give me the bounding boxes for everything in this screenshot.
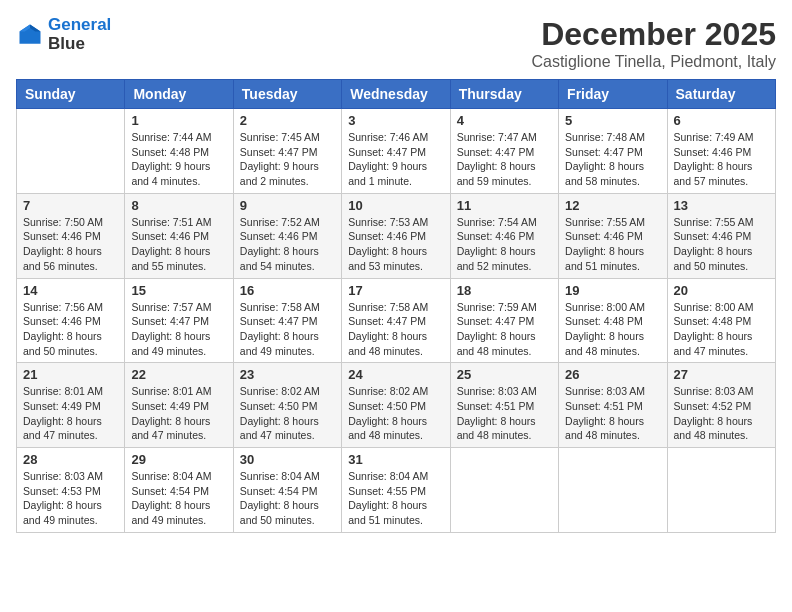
day-cell: 3Sunrise: 7:46 AMSunset: 4:47 PMDaylight… bbox=[342, 109, 450, 194]
day-number: 4 bbox=[457, 113, 552, 128]
day-info: Sunrise: 7:47 AMSunset: 4:47 PMDaylight:… bbox=[457, 130, 552, 189]
day-number: 15 bbox=[131, 283, 226, 298]
day-number: 16 bbox=[240, 283, 335, 298]
week-row-5: 28Sunrise: 8:03 AMSunset: 4:53 PMDayligh… bbox=[17, 448, 776, 533]
day-info: Sunrise: 8:02 AMSunset: 4:50 PMDaylight:… bbox=[348, 384, 443, 443]
day-number: 24 bbox=[348, 367, 443, 382]
day-info: Sunrise: 7:53 AMSunset: 4:46 PMDaylight:… bbox=[348, 215, 443, 274]
day-cell bbox=[559, 448, 667, 533]
day-info: Sunrise: 7:57 AMSunset: 4:47 PMDaylight:… bbox=[131, 300, 226, 359]
day-number: 23 bbox=[240, 367, 335, 382]
day-cell: 18Sunrise: 7:59 AMSunset: 4:47 PMDayligh… bbox=[450, 278, 558, 363]
day-cell bbox=[450, 448, 558, 533]
day-cell: 16Sunrise: 7:58 AMSunset: 4:47 PMDayligh… bbox=[233, 278, 341, 363]
week-row-2: 7Sunrise: 7:50 AMSunset: 4:46 PMDaylight… bbox=[17, 193, 776, 278]
location: Castiglione Tinella, Piedmont, Italy bbox=[531, 53, 776, 71]
day-info: Sunrise: 8:01 AMSunset: 4:49 PMDaylight:… bbox=[23, 384, 118, 443]
day-cell: 13Sunrise: 7:55 AMSunset: 4:46 PMDayligh… bbox=[667, 193, 775, 278]
day-number: 20 bbox=[674, 283, 769, 298]
day-number: 12 bbox=[565, 198, 660, 213]
day-cell: 2Sunrise: 7:45 AMSunset: 4:47 PMDaylight… bbox=[233, 109, 341, 194]
day-number: 8 bbox=[131, 198, 226, 213]
weekday-header-row: SundayMondayTuesdayWednesdayThursdayFrid… bbox=[17, 80, 776, 109]
weekday-monday: Monday bbox=[125, 80, 233, 109]
calendar: SundayMondayTuesdayWednesdayThursdayFrid… bbox=[16, 79, 776, 533]
day-number: 1 bbox=[131, 113, 226, 128]
day-cell: 14Sunrise: 7:56 AMSunset: 4:46 PMDayligh… bbox=[17, 278, 125, 363]
day-number: 3 bbox=[348, 113, 443, 128]
day-info: Sunrise: 8:03 AMSunset: 4:51 PMDaylight:… bbox=[457, 384, 552, 443]
day-cell: 11Sunrise: 7:54 AMSunset: 4:46 PMDayligh… bbox=[450, 193, 558, 278]
day-info: Sunrise: 8:03 AMSunset: 4:52 PMDaylight:… bbox=[674, 384, 769, 443]
day-cell: 9Sunrise: 7:52 AMSunset: 4:46 PMDaylight… bbox=[233, 193, 341, 278]
day-info: Sunrise: 7:49 AMSunset: 4:46 PMDaylight:… bbox=[674, 130, 769, 189]
day-info: Sunrise: 7:51 AMSunset: 4:46 PMDaylight:… bbox=[131, 215, 226, 274]
day-cell: 27Sunrise: 8:03 AMSunset: 4:52 PMDayligh… bbox=[667, 363, 775, 448]
day-info: Sunrise: 7:48 AMSunset: 4:47 PMDaylight:… bbox=[565, 130, 660, 189]
day-cell: 1Sunrise: 7:44 AMSunset: 4:48 PMDaylight… bbox=[125, 109, 233, 194]
day-cell: 21Sunrise: 8:01 AMSunset: 4:49 PMDayligh… bbox=[17, 363, 125, 448]
day-number: 29 bbox=[131, 452, 226, 467]
weekday-saturday: Saturday bbox=[667, 80, 775, 109]
day-info: Sunrise: 7:52 AMSunset: 4:46 PMDaylight:… bbox=[240, 215, 335, 274]
day-number: 17 bbox=[348, 283, 443, 298]
day-cell: 19Sunrise: 8:00 AMSunset: 4:48 PMDayligh… bbox=[559, 278, 667, 363]
day-cell: 4Sunrise: 7:47 AMSunset: 4:47 PMDaylight… bbox=[450, 109, 558, 194]
day-cell: 28Sunrise: 8:03 AMSunset: 4:53 PMDayligh… bbox=[17, 448, 125, 533]
day-number: 30 bbox=[240, 452, 335, 467]
day-cell: 7Sunrise: 7:50 AMSunset: 4:46 PMDaylight… bbox=[17, 193, 125, 278]
weekday-sunday: Sunday bbox=[17, 80, 125, 109]
logo-text: General Blue bbox=[48, 16, 111, 53]
day-number: 26 bbox=[565, 367, 660, 382]
day-info: Sunrise: 8:03 AMSunset: 4:53 PMDaylight:… bbox=[23, 469, 118, 528]
day-cell: 25Sunrise: 8:03 AMSunset: 4:51 PMDayligh… bbox=[450, 363, 558, 448]
week-row-4: 21Sunrise: 8:01 AMSunset: 4:49 PMDayligh… bbox=[17, 363, 776, 448]
day-cell: 24Sunrise: 8:02 AMSunset: 4:50 PMDayligh… bbox=[342, 363, 450, 448]
day-number: 9 bbox=[240, 198, 335, 213]
day-number: 2 bbox=[240, 113, 335, 128]
day-cell: 22Sunrise: 8:01 AMSunset: 4:49 PMDayligh… bbox=[125, 363, 233, 448]
day-cell: 6Sunrise: 7:49 AMSunset: 4:46 PMDaylight… bbox=[667, 109, 775, 194]
day-number: 11 bbox=[457, 198, 552, 213]
day-info: Sunrise: 8:00 AMSunset: 4:48 PMDaylight:… bbox=[674, 300, 769, 359]
day-info: Sunrise: 8:00 AMSunset: 4:48 PMDaylight:… bbox=[565, 300, 660, 359]
title-block: December 2025 Castiglione Tinella, Piedm… bbox=[531, 16, 776, 71]
day-info: Sunrise: 8:04 AMSunset: 4:54 PMDaylight:… bbox=[131, 469, 226, 528]
day-info: Sunrise: 7:45 AMSunset: 4:47 PMDaylight:… bbox=[240, 130, 335, 189]
day-info: Sunrise: 8:03 AMSunset: 4:51 PMDaylight:… bbox=[565, 384, 660, 443]
day-number: 28 bbox=[23, 452, 118, 467]
day-info: Sunrise: 7:55 AMSunset: 4:46 PMDaylight:… bbox=[565, 215, 660, 274]
week-row-1: 1Sunrise: 7:44 AMSunset: 4:48 PMDaylight… bbox=[17, 109, 776, 194]
day-cell: 12Sunrise: 7:55 AMSunset: 4:46 PMDayligh… bbox=[559, 193, 667, 278]
day-info: Sunrise: 7:50 AMSunset: 4:46 PMDaylight:… bbox=[23, 215, 118, 274]
day-cell: 30Sunrise: 8:04 AMSunset: 4:54 PMDayligh… bbox=[233, 448, 341, 533]
day-cell: 31Sunrise: 8:04 AMSunset: 4:55 PMDayligh… bbox=[342, 448, 450, 533]
day-info: Sunrise: 7:54 AMSunset: 4:46 PMDaylight:… bbox=[457, 215, 552, 274]
day-cell: 26Sunrise: 8:03 AMSunset: 4:51 PMDayligh… bbox=[559, 363, 667, 448]
day-number: 14 bbox=[23, 283, 118, 298]
month-title: December 2025 bbox=[531, 16, 776, 53]
day-info: Sunrise: 7:58 AMSunset: 4:47 PMDaylight:… bbox=[240, 300, 335, 359]
weekday-thursday: Thursday bbox=[450, 80, 558, 109]
day-number: 5 bbox=[565, 113, 660, 128]
day-number: 22 bbox=[131, 367, 226, 382]
day-info: Sunrise: 7:58 AMSunset: 4:47 PMDaylight:… bbox=[348, 300, 443, 359]
day-cell: 5Sunrise: 7:48 AMSunset: 4:47 PMDaylight… bbox=[559, 109, 667, 194]
day-number: 6 bbox=[674, 113, 769, 128]
day-cell: 20Sunrise: 8:00 AMSunset: 4:48 PMDayligh… bbox=[667, 278, 775, 363]
day-cell: 29Sunrise: 8:04 AMSunset: 4:54 PMDayligh… bbox=[125, 448, 233, 533]
weekday-friday: Friday bbox=[559, 80, 667, 109]
day-number: 19 bbox=[565, 283, 660, 298]
day-number: 27 bbox=[674, 367, 769, 382]
day-number: 13 bbox=[674, 198, 769, 213]
day-number: 31 bbox=[348, 452, 443, 467]
day-info: Sunrise: 7:55 AMSunset: 4:46 PMDaylight:… bbox=[674, 215, 769, 274]
week-row-3: 14Sunrise: 7:56 AMSunset: 4:46 PMDayligh… bbox=[17, 278, 776, 363]
day-number: 7 bbox=[23, 198, 118, 213]
day-number: 21 bbox=[23, 367, 118, 382]
day-info: Sunrise: 8:04 AMSunset: 4:55 PMDaylight:… bbox=[348, 469, 443, 528]
day-cell: 23Sunrise: 8:02 AMSunset: 4:50 PMDayligh… bbox=[233, 363, 341, 448]
day-number: 18 bbox=[457, 283, 552, 298]
weekday-tuesday: Tuesday bbox=[233, 80, 341, 109]
day-info: Sunrise: 7:44 AMSunset: 4:48 PMDaylight:… bbox=[131, 130, 226, 189]
